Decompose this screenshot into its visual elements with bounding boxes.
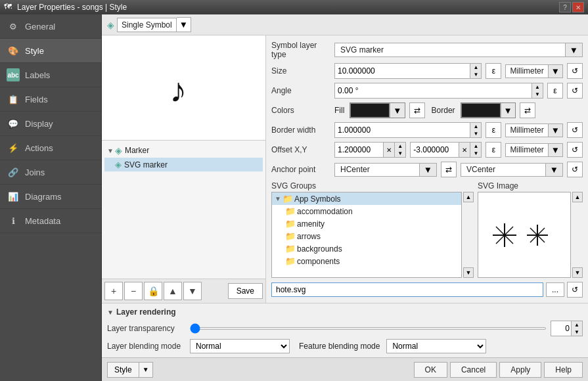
svg-tree-accommodation[interactable]: 📁 accommodation xyxy=(272,205,461,217)
transparency-up[interactable]: ▲ xyxy=(572,321,582,328)
size-input[interactable] xyxy=(335,64,470,78)
feature-blending-select[interactable]: Normal xyxy=(387,340,486,353)
svg-image-scroll-down[interactable]: ▼ xyxy=(572,267,583,278)
svg-groups-tree[interactable]: ▼ 📁 App Symbols 📁 accommodation xyxy=(271,192,462,278)
anchor-h-dropdown[interactable]: ▼ xyxy=(419,164,436,176)
bottom-bar: Style ▼ OK Cancel Apply Help xyxy=(102,357,588,381)
sidebar-item-style[interactable]: 🎨 Style xyxy=(0,39,101,63)
border-width-down-button[interactable]: ▼ xyxy=(470,130,481,137)
offset-x-down[interactable]: ▼ xyxy=(395,150,405,157)
lock-layer-button[interactable]: 🔒 xyxy=(144,282,162,300)
offset-reset-button[interactable]: ↺ xyxy=(567,142,583,158)
sidebar-item-actions[interactable]: ⚡ Actions xyxy=(0,136,101,160)
sidebar-item-fields[interactable]: 📋 Fields xyxy=(0,87,101,112)
transparency-label: Layer transparency xyxy=(107,324,186,333)
style-dropdown-button[interactable]: ▼ xyxy=(139,362,153,378)
border-width-reset-button[interactable]: ↺ xyxy=(567,122,583,138)
sidebar-label-actions: Actions xyxy=(25,143,53,153)
remove-layer-button[interactable]: − xyxy=(124,282,143,300)
offset-expression-button[interactable]: ε xyxy=(486,142,501,158)
offset-x-input[interactable] xyxy=(335,143,383,157)
sidebar-item-metadata[interactable]: ℹ Metadata xyxy=(0,209,101,233)
size-reset-button[interactable]: ↺ xyxy=(567,63,583,79)
top-bar: ◈ Single Symbol ▼ xyxy=(102,14,588,35)
size-expression-button[interactable]: ε xyxy=(486,63,501,79)
svg-tree-app-symbols[interactable]: ▼ 📁 App Symbols xyxy=(272,192,461,205)
offset-x-clear[interactable]: ✕ xyxy=(383,143,394,157)
symbol-preview: ♪ xyxy=(102,35,265,141)
angle-down-button[interactable]: ▼ xyxy=(532,91,543,98)
sidebar-item-general[interactable]: ⚙ General xyxy=(0,14,101,39)
cancel-button[interactable]: Cancel xyxy=(450,362,497,378)
svg-image-label: SVG Image xyxy=(478,181,583,190)
anchor-expression-button[interactable]: ⇄ xyxy=(441,162,457,177)
sidebar-label-diagrams: Diagrams xyxy=(25,192,62,202)
expand-arrow-icon: ▼ xyxy=(107,147,114,154)
anchor-v-dropdown[interactable]: ▼ xyxy=(545,164,562,176)
svg-tree-amenity[interactable]: 📁 amenity xyxy=(272,217,461,230)
ok-button[interactable]: OK xyxy=(414,362,447,378)
save-button[interactable]: Save xyxy=(228,283,263,299)
border-expression-button[interactable]: ⇄ xyxy=(520,102,535,118)
border-color-dropdown[interactable]: ▼ xyxy=(501,103,515,118)
layer-blending-select[interactable]: Normal xyxy=(191,340,289,353)
transparency-value-input[interactable] xyxy=(551,321,571,336)
fill-expression-button[interactable]: ⇄ xyxy=(409,102,425,118)
sidebar-item-diagrams[interactable]: 📊 Diagrams xyxy=(0,185,101,209)
help-button[interactable]: Help xyxy=(544,362,583,378)
offset-x-up[interactable]: ▲ xyxy=(395,143,405,150)
border-width-up-button[interactable]: ▲ xyxy=(470,123,481,130)
move-up-button[interactable]: ▲ xyxy=(164,282,182,300)
angle-input[interactable] xyxy=(335,83,531,98)
browse-button[interactable]: ... xyxy=(546,282,564,297)
svg-tree-arrows[interactable]: 📁 arrows xyxy=(272,230,461,242)
svg-groups-scroll-down[interactable]: ▼ xyxy=(463,267,474,278)
svg-groups-scroll-up[interactable]: ▲ xyxy=(463,192,474,202)
offset-y-up[interactable]: ▲ xyxy=(470,143,481,150)
add-layer-button[interactable]: + xyxy=(104,282,123,300)
symbol-layer-type-dropdown[interactable]: ▼ xyxy=(565,43,582,56)
size-unit-dropdown[interactable]: ▼ xyxy=(548,65,562,78)
move-down-button[interactable]: ▼ xyxy=(183,282,202,300)
svg-tree-components[interactable]: 📁 components xyxy=(272,255,461,267)
angle-expression-button[interactable]: ε xyxy=(547,83,563,99)
close-win-button[interactable]: ✕ xyxy=(572,2,584,12)
single-symbol-dropdown[interactable]: ▼ xyxy=(177,17,191,32)
symbol-layer-type-select-wrap: SVG marker ▼ xyxy=(334,43,583,57)
size-up-button[interactable]: ▲ xyxy=(470,64,481,71)
apply-button[interactable]: Apply xyxy=(499,362,541,378)
style-main-button[interactable]: Style xyxy=(107,362,139,378)
transparency-down[interactable]: ▼ xyxy=(572,328,582,336)
help-win-button[interactable]: ? xyxy=(559,2,571,12)
single-symbol-button[interactable]: Single Symbol xyxy=(117,18,177,32)
offset-y-down[interactable]: ▼ xyxy=(470,150,481,157)
fill-color-dropdown[interactable]: ▼ xyxy=(390,103,404,118)
border-width-unit-dropdown[interactable]: ▼ xyxy=(548,124,562,137)
offset-unit-dropdown[interactable]: ▼ xyxy=(548,144,562,156)
tree-item-marker[interactable]: ▼ ◈ Marker xyxy=(104,143,263,158)
angle-up-button[interactable]: ▲ xyxy=(532,83,543,91)
svg-image-scroll-up[interactable]: ▲ xyxy=(572,192,583,202)
svg-tree-backgrounds[interactable]: 📁 backgrounds xyxy=(272,242,461,255)
fields-icon: 📋 xyxy=(7,93,20,106)
border-width-input[interactable] xyxy=(335,123,470,137)
filename-reset-button[interactable]: ↺ xyxy=(567,282,583,298)
labels-icon: abc xyxy=(7,68,20,81)
offset-y-input[interactable] xyxy=(411,143,459,157)
sidebar-item-joins[interactable]: 🔗 Joins xyxy=(0,160,101,185)
tree-item-svg-marker[interactable]: ◈ SVG marker xyxy=(104,158,263,171)
sidebar-item-display[interactable]: 💬 Display xyxy=(0,112,101,136)
offset-y-clear[interactable]: ✕ xyxy=(459,143,470,157)
transparency-slider[interactable] xyxy=(190,327,547,330)
border-width-expression-button[interactable]: ε xyxy=(486,122,501,138)
fill-color-swatch[interactable] xyxy=(350,103,390,118)
fill-color-wrap: ▼ xyxy=(350,102,405,118)
offset-y-spinners: ▲ ▼ xyxy=(470,143,481,157)
angle-reset-button[interactable]: ↺ xyxy=(567,83,583,99)
size-down-button[interactable]: ▼ xyxy=(470,71,481,78)
anchor-reset-button[interactable]: ↺ xyxy=(567,162,583,177)
svg-tree-amenity-label: amenity xyxy=(297,219,325,229)
sidebar-item-labels[interactable]: abc Labels xyxy=(0,63,101,87)
filename-input[interactable] xyxy=(271,282,543,297)
border-color-swatch[interactable] xyxy=(461,103,501,118)
